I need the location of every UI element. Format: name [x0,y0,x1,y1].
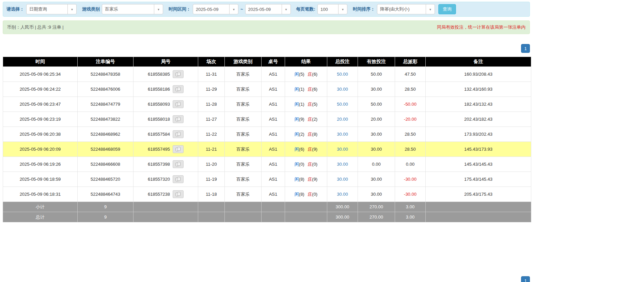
session-cell: 11-20 [198,157,225,172]
banker-result-score: (8) [312,132,317,137]
banker-result-label: 庄 [308,102,312,107]
chevron-down-icon: ▾ [67,4,76,14]
note-cell: 182.43/132.43 [426,97,531,112]
total-bet-link[interactable]: 30.00 [327,142,358,157]
round-result-icon-button[interactable] [173,175,184,183]
round-cell: 618558093 [133,97,198,112]
result-cell: 闲(1) 庄(5) [285,97,327,112]
total-bet-link[interactable]: 30.00 [327,187,358,202]
payout-cell: 28.50 [395,142,426,157]
empty-cell [262,202,285,212]
bet-id-cell: 522488465720 [78,172,133,187]
page-button-1[interactable]: 1 [521,44,530,53]
round-result-icon-button[interactable] [173,100,184,108]
round-result-icon-button[interactable] [173,85,184,93]
player-result-label: 闲 [295,87,299,92]
note-cell: 132.43/160.93 [426,82,531,97]
date-to-select[interactable]: 2025-05-09 ▾ [245,4,291,14]
round-id: 618557584 [148,132,170,137]
round-cell: 618557320 [133,172,198,187]
session-cell: 11-19 [198,172,225,187]
player-result-score: (0) [299,162,304,167]
total-total-bet: 300.00 [327,212,358,222]
total-bet-link[interactable]: 50.00 [327,67,358,82]
subtotal-row: 小计 9 300.00 270.00 3.00 [3,202,531,212]
result-cell: 闲(6) 庄(9) [285,142,327,157]
total-payout: 3.00 [395,212,426,222]
payout-cell: 47.50 [395,67,426,82]
query-type-select[interactable]: 日期查询 ▾ [26,4,77,14]
round-result-icon-button[interactable] [173,190,184,198]
empty-cell [198,202,225,212]
payout-cell: 0.00 [395,157,426,172]
round-result-icon-button[interactable] [173,130,184,138]
total-bet-link[interactable]: 30.00 [327,172,358,187]
column-header: 桌号 [262,57,285,67]
empty-cell [285,212,327,222]
select-label: 请选择： [6,6,24,12]
time-cell: 2025-05-09 06:19:26 [3,157,78,172]
payout-cell: 28.50 [395,82,426,97]
total-bet-link[interactable]: 20.00 [327,112,358,127]
bet-id-cell: 522488468962 [78,127,133,142]
table-no-cell: AS1 [262,67,285,82]
player-result-label: 闲 [295,177,299,182]
sort-label: 时间排序： [353,6,375,12]
round-result-icon-button[interactable] [173,160,184,168]
round-result-icon-button[interactable] [173,70,184,78]
pagination-top: 1 [3,44,530,53]
session-cell: 11-28 [198,97,225,112]
date-to-value: 2025-05-09 [246,7,274,12]
table-no-cell: AS1 [262,112,285,127]
player-result-label: 闲 [295,147,299,152]
sort-select[interactable]: 降幂(由大到小) ▾ [377,4,435,14]
game-type-cell: 百家乐 [225,127,262,142]
currency-summary-text: 币别：人民币 | 总共 :9 注单 | [7,24,64,30]
table-no-cell: AS1 [262,172,285,187]
game-type-cell: 百家乐 [225,172,262,187]
table-no-cell: AS1 [262,97,285,112]
valid-bet-cell: 50.00 [358,67,395,82]
payout-cell: 28.50 [395,127,426,142]
empty-cell [262,212,285,222]
table-no-cell: AS1 [262,82,285,97]
result-cell: 闲(2) 庄(8) [285,127,327,142]
banker-result-label: 庄 [308,117,312,122]
chevron-down-icon: ▾ [338,4,347,14]
date-from-select[interactable]: 2025-05-09 ▾ [193,4,238,14]
cards-icon [175,147,181,151]
empty-cell [426,202,531,212]
search-button[interactable]: 查询 [438,4,456,14]
column-header: 场次 [198,57,225,67]
empty-cell [133,202,198,212]
note-cell: 175.43/145.43 [426,172,531,187]
column-header: 有效投注 [358,57,395,67]
banker-result-label: 庄 [308,147,312,152]
round-id: 618557495 [148,147,170,152]
query-type-value: 日期查询 [27,6,50,12]
banker-result-score: (2) [312,117,317,122]
payout-cell: -30.00 [395,187,426,202]
cards-icon [175,72,181,76]
table-no-cell: AS1 [262,127,285,142]
payout-cell: -20.00 [395,112,426,127]
subtotal-count: 9 [78,202,133,212]
total-bet-link[interactable]: 30.00 [327,82,358,97]
cards-icon [175,102,181,106]
round-result-icon-button[interactable] [173,145,184,153]
total-bet-link[interactable]: 30.00 [327,157,358,172]
cards-icon [175,177,181,181]
game-type-cell: 百家乐 [225,112,262,127]
round-id: 618558385 [148,72,170,77]
page-size-select[interactable]: 100 ▾ [317,4,347,14]
round-result-icon-button[interactable] [173,115,184,123]
total-bet-link[interactable]: 30.00 [327,127,358,142]
total-bet-link[interactable]: 50.00 [327,97,358,112]
valid-bet-cell: 20.00 [358,112,395,127]
game-type-select[interactable]: 百家乐 ▾ [102,4,163,14]
round-id: 618558186 [148,87,170,92]
empty-cell [133,212,198,222]
player-result-score: (5) [299,72,304,77]
page-button-1-bottom[interactable]: 1 [521,276,530,282]
player-result-label: 闲 [295,162,299,167]
